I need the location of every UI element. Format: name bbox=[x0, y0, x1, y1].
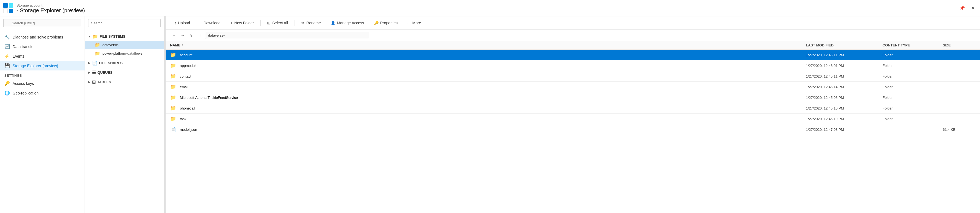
file-type-col: Folder bbox=[883, 117, 943, 121]
file-name-label: contact bbox=[180, 74, 191, 78]
col-type-label: CONTENT TYPE bbox=[883, 43, 910, 47]
col-header-type[interactable]: CONTENT TYPE bbox=[883, 43, 943, 47]
folder-icon: 📁 bbox=[170, 63, 176, 69]
file-systems-chevron: ▼ bbox=[88, 35, 91, 38]
file-shares-icon: 📄 bbox=[92, 60, 97, 66]
forward-button[interactable]: → bbox=[179, 32, 186, 39]
tree-group-file-systems-header[interactable]: ▼ 📁 FILE SYSTEMS bbox=[85, 32, 164, 41]
col-header-name[interactable]: NAME ∧ bbox=[170, 43, 806, 47]
file-name-col: 📁 Microsoft.Athena.TrickleFeedService bbox=[170, 95, 806, 101]
tree-content: ▼ 📁 FILE SYSTEMS 📁 dataverse- 📁 power-pl… bbox=[85, 30, 164, 213]
sidebar-item-data-transfer[interactable]: 🔄 Data transfer bbox=[0, 42, 84, 51]
manage-access-button[interactable]: 👤 Manage Access bbox=[326, 19, 369, 27]
file-modified-col: 1/27/2020, 12:45:11 PM bbox=[806, 53, 883, 57]
svg-rect-0 bbox=[3, 3, 8, 8]
file-name-col: 📁 contact bbox=[170, 73, 806, 79]
folder-icon: 📁 bbox=[170, 52, 176, 58]
sidebar-nav: 🔧 Diagnose and solve problems 🔄 Data tra… bbox=[0, 30, 84, 213]
download-button[interactable]: ↓ Download bbox=[196, 19, 225, 27]
properties-icon: 🔑 bbox=[374, 21, 379, 25]
sidebar-item-access-keys[interactable]: 🔑 Access keys bbox=[0, 79, 84, 88]
tree-item-dataverse[interactable]: 📁 dataverse- bbox=[85, 41, 164, 49]
file-name-col: 📁 task bbox=[170, 116, 806, 122]
sidebar-item-access-keys-label: Access keys bbox=[13, 81, 34, 86]
data-transfer-icon: 🔄 bbox=[5, 44, 10, 49]
file-row-contact[interactable]: 📁 contact 1/27/2020, 12:45:11 PM Folder bbox=[165, 71, 980, 82]
folder-icon: 📁 bbox=[170, 84, 176, 90]
svg-rect-3 bbox=[9, 9, 13, 13]
tree-group-file-shares-header[interactable]: ▶ 📄 FILE SHARES bbox=[85, 59, 164, 67]
col-header-size[interactable]: SIZE bbox=[943, 43, 975, 47]
select-all-button[interactable]: ⊞ Select All bbox=[263, 19, 292, 27]
breadcrumb-path-input[interactable] bbox=[205, 32, 369, 39]
up-button[interactable]: ↑ bbox=[196, 32, 204, 39]
settings-section-title: Settings bbox=[0, 71, 84, 79]
file-row-model-json[interactable]: 📄 model.json 1/27/2020, 12:47:08 PM 61.4… bbox=[165, 124, 980, 135]
select-all-icon: ⊞ bbox=[267, 21, 270, 25]
file-name-col: 📁 appmodule bbox=[170, 63, 806, 69]
app-info: Storage account - Storage Explorer (prev… bbox=[16, 3, 85, 14]
file-row-phonecall[interactable]: 📁 phonecall 1/27/2020, 12:45:10 PM Folde… bbox=[165, 103, 980, 114]
properties-button[interactable]: 🔑 Properties bbox=[369, 19, 402, 27]
sidebar-item-events[interactable]: ⚡ Events bbox=[0, 51, 84, 61]
app-icon bbox=[3, 3, 13, 13]
tree-search-input[interactable] bbox=[88, 19, 161, 27]
rename-button[interactable]: ✏ Rename bbox=[297, 19, 325, 27]
file-name-label: email bbox=[180, 85, 188, 89]
file-row-appmodule[interactable]: 📁 appmodule 1/27/2020, 12:46:01 PM Folde… bbox=[165, 60, 980, 71]
tree-group-queues-header[interactable]: ▶ ☰ QUEUES bbox=[85, 68, 164, 77]
sidebar-search-wrap: 🔍 bbox=[3, 19, 81, 27]
sidebar-item-diagnose[interactable]: 🔧 Diagnose and solve problems bbox=[0, 32, 84, 42]
sidebar-search-input[interactable] bbox=[3, 19, 81, 27]
manage-access-icon: 👤 bbox=[331, 21, 335, 25]
tables-label: TABLES bbox=[97, 80, 111, 84]
sidebar-search-section: 🔍 bbox=[0, 16, 84, 30]
col-modified-label: LAST MODIFIED bbox=[806, 43, 834, 47]
file-shares-label: FILE SHARES bbox=[99, 61, 123, 65]
main-layout: 🔍 🔧 Diagnose and solve problems 🔄 Data t… bbox=[0, 16, 980, 213]
close-button[interactable]: ✕ bbox=[969, 4, 977, 12]
col-header-modified[interactable]: LAST MODIFIED bbox=[806, 43, 883, 47]
tree-group-file-shares: ▶ 📄 FILE SHARES bbox=[85, 59, 164, 67]
app-subtitle: Storage account bbox=[16, 3, 85, 7]
new-folder-button[interactable]: + New Folder bbox=[226, 19, 258, 27]
sidebar-item-diagnose-label: Diagnose and solve problems bbox=[13, 35, 63, 39]
file-name-label: model.json bbox=[180, 128, 197, 132]
file-size-col: 61.4 KB bbox=[943, 128, 975, 132]
file-modified-col: 1/27/2020, 12:45:14 PM bbox=[806, 85, 883, 89]
sidebar-item-data-transfer-label: Data transfer bbox=[13, 44, 35, 49]
power-platform-folder-icon: 📁 bbox=[95, 51, 100, 56]
more-button[interactable]: ··· More bbox=[403, 19, 426, 27]
file-row-athena[interactable]: 📁 Microsoft.Athena.TrickleFeedService 1/… bbox=[165, 92, 980, 103]
forward-icon: → bbox=[181, 33, 184, 38]
file-list: NAME ∧ LAST MODIFIED CONTENT TYPE SIZE 📁… bbox=[165, 41, 980, 213]
file-rows-container: 📁 account 1/27/2020, 12:45:11 PM Folder … bbox=[165, 50, 980, 135]
back-button[interactable]: ← bbox=[170, 32, 178, 39]
file-name-col: 📄 model.json bbox=[170, 126, 806, 133]
title-bar-controls: 📌 ✕ bbox=[958, 4, 977, 12]
sidebar-item-geo-replication[interactable]: 🌐 Geo-replication bbox=[0, 88, 84, 98]
tree-item-power-platform[interactable]: 📁 power-platform-dataflows bbox=[85, 49, 164, 58]
pin-button[interactable]: 📌 bbox=[958, 4, 966, 12]
access-keys-icon: 🔑 bbox=[5, 81, 10, 86]
rename-icon: ✏ bbox=[301, 21, 305, 25]
diagnose-icon: 🔧 bbox=[5, 35, 10, 39]
down-icon: ∨ bbox=[190, 33, 193, 38]
file-row-account[interactable]: 📁 account 1/27/2020, 12:45:11 PM Folder bbox=[165, 50, 980, 60]
sidebar-item-storage-explorer[interactable]: 💾 Storage Explorer (preview) bbox=[0, 61, 84, 71]
file-row-email[interactable]: 📁 email 1/27/2020, 12:45:14 PM Folder bbox=[165, 82, 980, 92]
title-bar-left: Storage account - Storage Explorer (prev… bbox=[3, 3, 85, 14]
down-button[interactable]: ∨ bbox=[188, 32, 195, 39]
queues-icon: ☰ bbox=[92, 70, 96, 75]
upload-button[interactable]: ↑ Upload bbox=[170, 19, 194, 27]
tables-chevron: ▶ bbox=[88, 80, 90, 84]
more-icon: ··· bbox=[407, 21, 411, 25]
file-systems-label: FILE SYSTEMS bbox=[100, 35, 126, 38]
file-row-task[interactable]: 📁 task 1/27/2020, 12:45:10 PM Folder bbox=[165, 114, 980, 124]
folder-icon: 📁 bbox=[170, 116, 176, 122]
geo-replication-icon: 🌐 bbox=[5, 90, 10, 96]
folder-icon: 📁 bbox=[170, 73, 176, 79]
file-type-col: Folder bbox=[883, 106, 943, 110]
upload-icon: ↑ bbox=[174, 21, 176, 25]
tree-group-tables-header[interactable]: ▶ ⊞ TABLES bbox=[85, 78, 164, 86]
